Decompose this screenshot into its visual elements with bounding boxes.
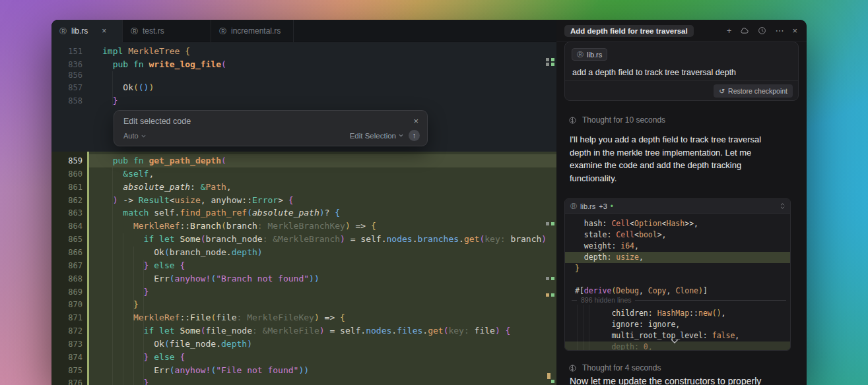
tab-incremental-rs[interactable]: Ⓡincremental.rs [211, 20, 294, 42]
diff-code-line: hash: Cell<Option<Hash>>, [565, 218, 790, 229]
code-line[interactable]: 151impl MerkleTree { [51, 45, 556, 58]
tab-bar: Ⓡlib.rs×Ⓡtest.rsⓇincremental.rs [51, 20, 556, 42]
panel-close-icon[interactable]: × [792, 26, 797, 35]
line-number: 857 [51, 81, 87, 94]
model-selector[interactable]: Auto [123, 132, 146, 140]
code-line[interactable]: 874 } else { [51, 351, 556, 364]
send-button[interactable]: ↑ [409, 130, 420, 141]
thought-row-2[interactable]: Thought for 4 seconds [568, 363, 661, 372]
code-editor[interactable]: 151impl MerkleTree {836 pub fn write_log… [51, 42, 556, 385]
code-line[interactable]: 856 [51, 69, 556, 82]
line-number: 865 [51, 233, 87, 246]
line-number: 861 [51, 181, 87, 194]
indent-guide [577, 305, 578, 351]
code-line[interactable]: 862 ) -> Result<usize, anyhow::Error> { [51, 194, 556, 207]
indent-guide [583, 305, 584, 351]
code-line[interactable]: 875 Err(anyhow!("File not found")) [51, 364, 556, 377]
code-line[interactable]: 861 absolute_path: &Path, [51, 181, 556, 194]
tab-close-icon[interactable]: × [102, 26, 106, 36]
code-line[interactable]: 870 } [51, 298, 556, 311]
code-line[interactable]: 867 } else { [51, 259, 556, 272]
line-number: 858 [51, 94, 87, 107]
diff-card: Ⓡ lib.rs +3 • hash: Cell<Option<Hash>>, … [564, 198, 791, 351]
file-chip[interactable]: Ⓡ lib.rs [572, 48, 607, 61]
line-number: 867 [51, 259, 87, 272]
rust-file-icon: Ⓡ [577, 50, 584, 59]
assistant-response: I'll help you add a depth field to track… [570, 133, 761, 185]
code-line[interactable]: 858 } [51, 94, 556, 107]
brain-icon [568, 116, 577, 125]
thought-row-1[interactable]: Thought for 10 seconds [568, 115, 665, 125]
code-line[interactable]: 868 Err(anyhow!("Branch not found")) [51, 272, 556, 285]
diff-indicator-square [551, 63, 554, 66]
diff-code-line: weight: i64, [565, 241, 790, 252]
card-footer: ↺ Restore checkpoint [565, 80, 798, 100]
restore-label: Restore checkpoint [728, 87, 787, 95]
tab-lib-rs[interactable]: Ⓡlib.rs× [51, 20, 123, 42]
diff-indicator-square [546, 222, 549, 225]
chevron-down-icon [141, 134, 146, 138]
code-line[interactable]: 860 &self, [51, 167, 556, 181]
diff-header[interactable]: Ⓡ lib.rs +3 • [565, 199, 790, 214]
diff-expand-icon[interactable] [780, 203, 785, 209]
closing-text: Now let me update the constructors to pr… [570, 376, 761, 385]
tab-test-rs[interactable]: Ⓡtest.rs [123, 20, 211, 42]
edit-selection-dropdown[interactable]: Edit Selection [350, 132, 403, 140]
hidden-lines-divider[interactable]: 896 hidden lines [565, 295, 790, 305]
diff-code-line: ignore: ignore, [565, 319, 790, 330]
diff-code-line: stale: Cell<bool>, [565, 229, 790, 241]
code-line[interactable]: 857 Ok(()) [51, 81, 556, 94]
code-line[interactable]: 869 } [51, 285, 556, 299]
line-number: 871 [51, 311, 87, 324]
code-line[interactable]: 865 if let Some(branch_node: &MerkleBran… [51, 233, 556, 246]
cloud-icon[interactable] [740, 26, 749, 36]
code-line[interactable]: 872 if let Some(file_node: &MerkleFile) … [51, 324, 556, 338]
hidden-lines-label: 896 hidden lines [581, 296, 631, 304]
edit-selected-code-popup: Edit selected code × Auto Edit Selection… [114, 110, 428, 146]
more-icon[interactable]: ⋯ [775, 26, 784, 35]
line-number: 151 [51, 45, 87, 58]
new-thread-icon[interactable]: + [727, 26, 732, 35]
popup-close-icon[interactable]: × [413, 116, 418, 126]
code-line[interactable]: 863 match self.find_path_ref(absolute_pa… [51, 206, 556, 220]
diff-code-line: } [565, 263, 790, 274]
line-number: 856 [51, 69, 87, 82]
code-line[interactable]: 864 MerkleRef::Branch(branch: MerkleBran… [51, 220, 556, 233]
diff-code-line [565, 274, 790, 285]
restore-icon: ↺ [719, 87, 725, 95]
brain-icon [568, 364, 577, 372]
diff-indicator-square [546, 277, 549, 280]
line-number: 862 [51, 194, 87, 207]
popup-title: Edit selected code [123, 117, 191, 126]
line-number: 872 [51, 324, 87, 338]
code-line[interactable]: 859 pub fn get_path_depth( [51, 154, 556, 167]
diff-indicator-square [546, 63, 549, 66]
line-number: 864 [51, 220, 87, 233]
line-number: 874 [51, 351, 87, 364]
code-line[interactable]: 876 } [51, 376, 556, 385]
edit-selection-label: Edit Selection [350, 132, 396, 140]
code-line[interactable]: 871 MerkleRef::File(file: MerkleFileKey)… [51, 311, 556, 324]
diff-indicator-square [546, 293, 549, 297]
diff-indicator-square [551, 277, 554, 280]
diff-indicator-square [546, 58, 549, 61]
line-number: 866 [51, 246, 87, 259]
line-number: 873 [51, 338, 87, 351]
code-line[interactable]: 866 Ok(branch_node.depth) [51, 246, 556, 259]
thought-text: Thought for 10 seconds [582, 115, 665, 125]
diff-indicator-square [547, 373, 551, 379]
line-number: 863 [51, 206, 87, 220]
model-selector-label: Auto [123, 132, 139, 140]
expand-chevron-icon[interactable] [671, 339, 679, 343]
history-icon[interactable] [758, 26, 766, 35]
diff-indicator-square [551, 293, 554, 297]
app-window: Ⓡlib.rs×Ⓡtest.rsⓇincremental.rs 151impl … [51, 20, 807, 385]
file-chip-label: lib.rs [587, 51, 602, 59]
line-number: 869 [51, 285, 87, 299]
diff-indicator-square [551, 58, 554, 61]
line-number: 870 [51, 298, 87, 311]
arrow-up-icon: ↑ [413, 131, 417, 139]
response-line: I'll help you add a depth field to track… [570, 133, 761, 146]
code-line[interactable]: 873 Ok(file_node.depth) [51, 338, 556, 351]
restore-checkpoint-button[interactable]: ↺ Restore checkpoint [714, 84, 793, 98]
